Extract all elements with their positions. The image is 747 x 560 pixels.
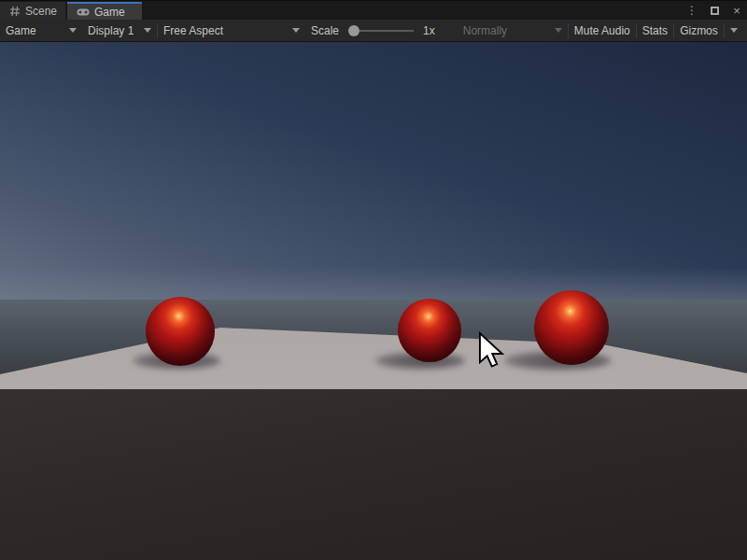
chevron-down-icon [69,28,77,33]
tab-game[interactable]: Game [67,2,142,21]
display-label: Display 1 [88,24,134,37]
scale-slider-knob[interactable] [348,25,359,36]
scale-label: Scale [305,20,345,42]
scene-grid-icon [9,6,21,17]
window-controls: ⋮ × [685,1,743,20]
tab-scene-label: Scene [25,5,57,18]
aspect-ratio-dropdown[interactable]: Free Aspect [158,20,305,42]
game-view-mode-dropdown[interactable]: Game [0,20,82,42]
tab-game-label: Game [94,6,125,19]
chevron-down-icon [144,28,151,33]
gizmos-button[interactable]: Gizmos [674,20,724,42]
gamepad-icon [77,7,90,17]
scale-value: 1x [417,20,441,42]
close-icon[interactable]: × [730,3,743,18]
foreground-void [0,389,747,560]
game-view-toolbar: Game Display 1 Free Aspect Scale 1x Norm… [0,20,747,42]
unity-game-view-window: Scene Game ⋮ × Game Display 1 [0,0,747,560]
kebab-menu-icon[interactable]: ⋮ [685,3,698,18]
tab-bar: Scene Game ⋮ × [0,0,747,20]
chevron-down-icon [730,28,738,33]
gizmos-dropdown-arrow[interactable] [725,20,743,42]
stats-button[interactable]: Stats [637,20,673,42]
play-focus-label: Normally [463,24,507,37]
aspect-ratio-label: Free Aspect [163,24,223,37]
chevron-down-icon [555,28,562,33]
scale-slider[interactable] [348,20,414,42]
play-focus-dropdown[interactable]: Normally [458,20,568,42]
maximize-icon[interactable] [708,3,721,18]
mute-audio-button[interactable]: Mute Audio [569,20,636,42]
game-viewport[interactable] [0,42,747,560]
chevron-down-icon [292,28,300,33]
display-dropdown[interactable]: Display 1 [82,20,157,42]
tab-scene[interactable]: Scene [0,2,65,21]
red-sphere-right[interactable] [534,290,609,365]
mouse-cursor-icon [479,331,504,372]
red-sphere-center[interactable] [398,299,461,362]
sky-gradient [0,42,747,301]
maximize-box [711,7,719,15]
red-sphere-left[interactable] [146,297,215,366]
game-view-mode-label: Game [6,24,36,37]
